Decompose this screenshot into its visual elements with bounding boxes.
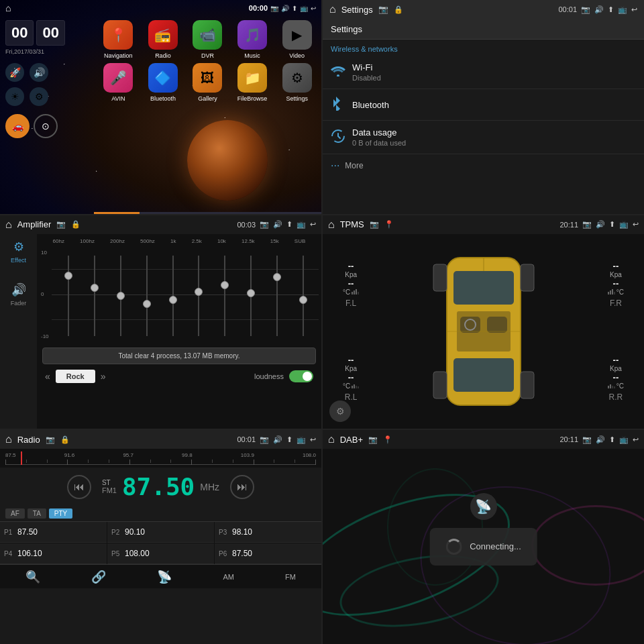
svg-point-0 [337,74,339,76]
eq-prev-button[interactable]: « [45,371,50,382]
equalizer-icon[interactable]: ⚙ [30,87,48,106]
tuner-scale: 87.5 91.6 95.7 99.8 103.9 108.0 [5,451,316,465]
tpms-cam-icon: 📷 [582,220,592,229]
db-neg10-label: -10 [41,333,49,339]
eq-next-button[interactable]: » [101,371,106,382]
connecting-dialog: Connecting... [429,528,537,566]
radio-home-icon[interactable]: ⌂ [5,433,12,445]
tpms-sig-icon: ⬆ [609,220,615,229]
wireless-networks-header: Wireless & networks [323,40,644,56]
tpms-home-icon[interactable]: ⌂ [328,219,335,231]
tpms-back-icon[interactable]: ↩ [633,220,639,229]
pty-tag[interactable]: PTY [49,508,72,519]
app-radio[interactable]: 📻 Radio [143,20,184,59]
amp-scr-icon: 📺 [297,220,306,229]
tire-rr-kpa-unit: Kpa [608,365,624,372]
data-usage-title: Data usage [352,127,636,138]
tpms-settings-button[interactable]: ⚙ [329,400,351,422]
radio-next-button[interactable]: ⏭ [230,475,254,499]
app-bluetooth[interactable]: 🔷 Bluetooth [143,63,184,102]
radio-back-icon[interactable]: ↩ [310,435,316,444]
preset-p1[interactable]: P1 87.50 [0,522,107,543]
settings-app-icon: ⚙ [282,63,312,93]
radio-antenna-button[interactable]: 📡 [157,570,172,584]
app-dvr[interactable]: 📹 DVR [187,20,228,59]
dab-status-bar: ⌂ DAB+ 📷 📍 20:11 📷 🔊 ⬆ 📺 ↩ [323,430,644,449]
preset-p4[interactable]: P4 106.10 [0,543,107,564]
preset-p2[interactable]: P2 90.10 [107,522,214,543]
freq-100hz: 100hz [80,238,95,244]
radio-fm-button[interactable]: FM [285,573,296,581]
eq-thumb-7 [247,289,255,297]
filebrowse-label: FileBrowse [237,95,268,102]
app-settings[interactable]: ⚙ Settings [276,63,317,102]
af-tag[interactable]: AF [5,508,25,519]
settings-home-icon[interactable]: ⌂ [329,3,336,15]
menu-icon[interactable]: ⊙ [34,114,58,138]
app-navigation[interactable]: 📍 Navigation [98,20,139,59]
am-label: AM [223,573,234,581]
tire-fl-label: F.L [343,299,359,308]
app-filebrowse[interactable]: 📁 FileBrowse [232,63,273,102]
rocket-icon[interactable]: 🚀 [5,63,24,82]
radio-search-button[interactable]: 🔍 [25,570,40,584]
radio-link-button[interactable]: 🔗 [91,570,106,584]
svg-rect-8 [487,317,507,333]
app-gallery[interactable]: 🖼 Gallery [187,63,228,102]
grid-line-mid [52,294,319,295]
car-mode-icon[interactable]: 🚗 [5,114,30,138]
settings-back-icon[interactable]: ↩ [631,5,637,14]
radio-bottom-bar: 🔍 🔗 📡 AM FM [0,564,321,588]
radio-scr-icon: 📺 [297,435,306,444]
loudness-toggle[interactable] [289,370,313,382]
brightness-icon[interactable]: ☀ [5,87,24,106]
amp-back-icon[interactable]: ↩ [310,220,316,229]
wifi-item[interactable]: Wi-Fi Disabled [323,56,644,89]
radio-band: FM1 [102,486,117,494]
app-avin[interactable]: 🎤 AVIN [98,63,139,102]
eq-grid [52,244,319,345]
fader-icon[interactable]: 🔊 [11,282,26,297]
data-usage-item[interactable]: Data usage 0 B of data used [323,121,644,154]
settings-status-bar: ⌂ Settings 📷 🔒 00:01 📷 🔊 ⬆ 📺 ↩ [323,0,644,19]
preset-p3[interactable]: P3 98.10 [215,522,321,543]
tire-fl-kpa-label: -- [343,261,359,271]
dab-back-icon[interactable]: ↩ [633,435,639,444]
bluetooth-item[interactable]: Bluetooth [323,89,644,121]
preset-p6[interactable]: P6 87.50 [215,543,321,564]
settings-time: 00:01 [558,5,577,13]
tpms-status-left: ⌂ TPMS 📷 📍 [328,219,394,231]
radio-station-info: ST FM1 87.50 MHz [102,473,219,500]
app-music[interactable]: 🎵 Music [232,20,273,59]
signal-icon: ⬆ [292,5,297,12]
bluetooth-app-icon: 🔷 [148,63,178,93]
settings-label: Settings [286,95,308,102]
tire-fr-temp-unit: °C [608,288,624,296]
tire-rl-kpa-unit: Kpa [343,365,359,372]
loudness-toggle-thumb [303,372,312,381]
more-item[interactable]: ··· More [323,154,644,177]
back-icon[interactable]: ↩ [311,5,316,12]
radio-prev-button[interactable]: ⏮ [67,475,91,499]
home-icon[interactable]: ⌂ [5,3,11,13]
scale-87.5: 87.5 [5,452,16,458]
ta-tag[interactable]: TA [28,508,46,519]
radio-mode-info: ST FM1 [102,479,117,494]
dab-home-icon[interactable]: ⌂ [328,433,335,445]
radio-status-bar: ⌂ Radio 📷 🔒 00:01 📷 🔊 ⬆ 📺 ↩ [0,430,321,449]
app-video[interactable]: ▶ Video [276,20,317,59]
amp-camera-icon: 📷 [56,220,66,229]
radio-lock-icon: 🔒 [60,435,70,444]
tpms-vol-icon: 🔊 [596,220,605,229]
tire-fl: -- Kpa -- °C F.L [343,261,359,308]
video-label: Video [289,52,305,59]
eq-preset-button[interactable]: Rock [56,370,95,383]
tire-fr-kpa-label: -- [608,261,624,271]
amp-home-icon[interactable]: ⌂ [5,219,12,231]
volume-side-icon[interactable]: 🔊 [30,63,48,82]
effect-icon[interactable]: ⚙ [13,239,24,254]
preset-p5[interactable]: P5 108.00 [107,543,214,564]
radio-am-button[interactable]: AM [223,573,234,581]
status-right: 00:00 📷 🔊 ⬆ 📺 ↩ [249,4,316,12]
dab-time: 20:11 [559,435,578,443]
